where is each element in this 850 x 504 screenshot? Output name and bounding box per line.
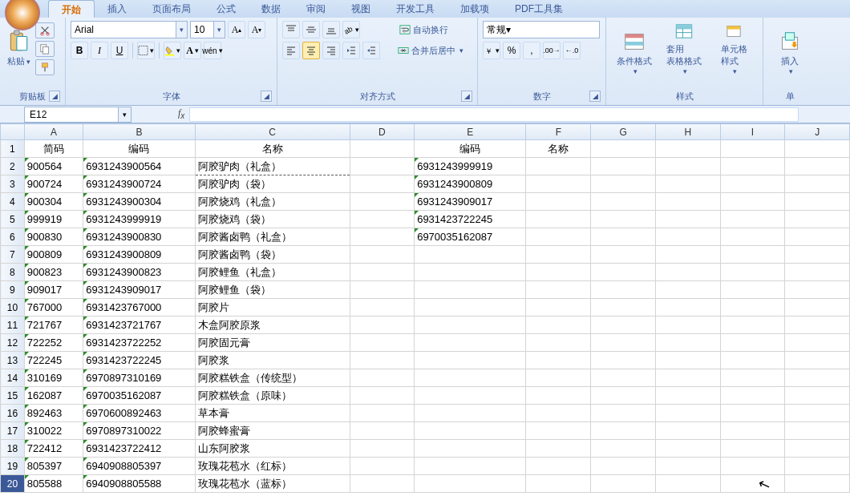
cell-A2[interactable]: 900564: [24, 158, 83, 175]
increase-decimal-button[interactable]: .00→: [543, 42, 561, 59]
cell-J18[interactable]: [785, 440, 850, 458]
copy-button[interactable]: [35, 41, 55, 57]
cell-C4[interactable]: 阿胶烧鸡（礼盒）: [195, 193, 350, 211]
col-header-D[interactable]: D: [350, 124, 415, 140]
cell-E17[interactable]: [415, 422, 526, 440]
cell-C12[interactable]: 阿胶固元膏: [195, 334, 350, 352]
cell-J5[interactable]: [785, 211, 850, 228]
align-right-button[interactable]: [322, 42, 340, 59]
cell-J8[interactable]: [785, 264, 850, 281]
cell-G12[interactable]: [591, 334, 656, 352]
format-painter-button[interactable]: [35, 59, 55, 75]
cell-I2[interactable]: [720, 158, 785, 175]
cell-F9[interactable]: [526, 281, 591, 299]
cell-F13[interactable]: [526, 352, 591, 369]
row-header-20[interactable]: 20: [1, 475, 25, 493]
cell-H16[interactable]: [656, 405, 721, 422]
row-header-2[interactable]: 2: [1, 158, 25, 175]
cell-I7[interactable]: [720, 246, 785, 264]
cell-B19[interactable]: 6940908805397: [83, 458, 195, 475]
conditional-format-button[interactable]: 条件格式: [611, 21, 658, 75]
row-header-7[interactable]: 7: [1, 246, 25, 264]
col-header-E[interactable]: E: [415, 124, 526, 140]
cell-A9[interactable]: 909017: [24, 281, 83, 299]
cell-D9[interactable]: [350, 281, 415, 299]
currency-button[interactable]: ￥: [483, 42, 500, 59]
cell-F16[interactable]: [526, 405, 591, 422]
format-as-table-button[interactable]: 套用 表格格式: [661, 21, 707, 75]
row-header-14[interactable]: 14: [1, 369, 25, 387]
cell-C20[interactable]: 玫瑰花苞水（蓝标）: [195, 475, 350, 493]
percent-button[interactable]: %: [503, 42, 520, 59]
italic-button[interactable]: I: [91, 42, 108, 59]
tab-审阅[interactable]: 审阅: [293, 0, 338, 18]
cell-C19[interactable]: 玫瑰花苞水（红标）: [195, 458, 350, 475]
cell-C6[interactable]: 阿胶酱卤鸭（礼盒）: [195, 228, 350, 246]
col-header-B[interactable]: B: [83, 124, 195, 140]
cell-C14[interactable]: 阿胶糕铁盒（传统型）: [195, 369, 350, 387]
cell-H5[interactable]: [656, 211, 721, 228]
cell-F15[interactable]: [526, 387, 591, 405]
cell-styles-button[interactable]: 单元格 样式: [710, 21, 757, 75]
cell-E13[interactable]: [415, 352, 526, 369]
cell-A3[interactable]: 900724: [24, 175, 83, 193]
cell-B8[interactable]: 6931243900823: [83, 264, 195, 281]
cell-G18[interactable]: [591, 440, 656, 458]
cell-C1[interactable]: 名称: [195, 140, 350, 158]
cell-J15[interactable]: [785, 387, 850, 405]
cell-H4[interactable]: [656, 193, 721, 211]
cell-A1[interactable]: 简码: [24, 140, 83, 158]
cell-J20[interactable]: [785, 475, 850, 493]
insert-cells-button[interactable]: 插入: [768, 21, 812, 75]
font-launcher[interactable]: ◢: [261, 91, 272, 102]
col-header-I[interactable]: I: [720, 124, 785, 140]
col-header-H[interactable]: H: [656, 124, 721, 140]
cell-C10[interactable]: 阿胶片: [195, 299, 350, 317]
align-top-button[interactable]: [282, 21, 300, 38]
cell-G19[interactable]: [591, 458, 656, 475]
cell-D18[interactable]: [350, 440, 415, 458]
phonetic-button[interactable]: wén: [204, 42, 221, 59]
row-header-6[interactable]: 6: [1, 228, 25, 246]
cell-E5[interactable]: 6931423722245: [415, 211, 526, 228]
cell-H17[interactable]: [656, 422, 721, 440]
merge-center-button[interactable]: 合并后居中: [394, 42, 468, 59]
cell-G16[interactable]: [591, 405, 656, 422]
row-header-5[interactable]: 5: [1, 211, 25, 228]
cell-B5[interactable]: 6931243999919: [83, 211, 195, 228]
cell-G13[interactable]: [591, 352, 656, 369]
cell-F1[interactable]: 名称: [526, 140, 591, 158]
cell-C7[interactable]: 阿胶酱卤鸭（袋）: [195, 246, 350, 264]
tab-开始[interactable]: 开始: [48, 0, 95, 18]
cell-F8[interactable]: [526, 264, 591, 281]
col-header-J[interactable]: J: [785, 124, 850, 140]
cell-H13[interactable]: [656, 352, 721, 369]
cell-D17[interactable]: [350, 422, 415, 440]
cell-E9[interactable]: [415, 281, 526, 299]
cell-J12[interactable]: [785, 334, 850, 352]
cell-G2[interactable]: [591, 158, 656, 175]
row-header-17[interactable]: 17: [1, 422, 25, 440]
cell-I3[interactable]: [720, 175, 785, 193]
cell-D19[interactable]: [350, 458, 415, 475]
clipboard-launcher[interactable]: ◢: [49, 91, 60, 102]
cell-A8[interactable]: 900823: [24, 264, 83, 281]
cell-A18[interactable]: 722412: [24, 440, 83, 458]
cell-C2[interactable]: 阿胶驴肉（礼盒）: [195, 158, 350, 175]
row-header-16[interactable]: 16: [1, 405, 25, 422]
cell-I5[interactable]: [720, 211, 785, 228]
cell-B6[interactable]: 6931243900830: [83, 228, 195, 246]
cell-J4[interactable]: [785, 193, 850, 211]
align-launcher[interactable]: ◢: [461, 91, 472, 102]
cell-I1[interactable]: [720, 140, 785, 158]
select-all-corner[interactable]: [1, 124, 25, 140]
cell-D7[interactable]: [350, 246, 415, 264]
wrap-text-button[interactable]: 自动换行: [394, 21, 468, 38]
cell-A17[interactable]: 310022: [24, 422, 83, 440]
col-header-G[interactable]: G: [591, 124, 656, 140]
cell-A14[interactable]: 310169: [24, 369, 83, 387]
cell-D20[interactable]: [350, 475, 415, 493]
align-bottom-button[interactable]: [322, 21, 340, 38]
cell-C13[interactable]: 阿胶浆: [195, 352, 350, 369]
row-header-3[interactable]: 3: [1, 175, 25, 193]
